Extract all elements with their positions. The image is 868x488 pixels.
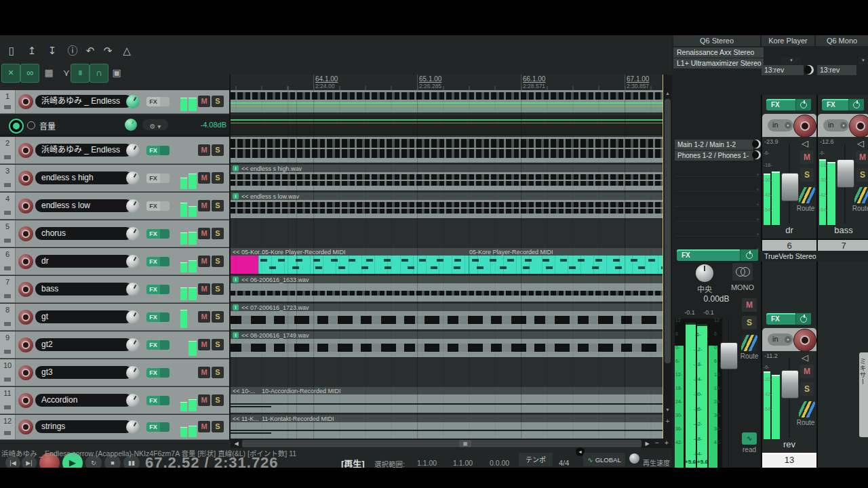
record-arm-button[interactable] bbox=[18, 338, 33, 352]
fx-button[interactable]: FX bbox=[822, 99, 864, 110]
fx-button[interactable]: FX bbox=[146, 174, 170, 183]
solo-button[interactable]: S bbox=[212, 421, 224, 432]
solo-button[interactable]: S bbox=[212, 144, 224, 156]
fx-button[interactable]: FX bbox=[146, 285, 170, 294]
mixer-strip-rev[interactable]: FXin▼-11.2◁-6--30--42--54-MSRouterev13 bbox=[761, 309, 816, 468]
volume-knob[interactable] bbox=[126, 366, 140, 380]
track-panel-row[interactable]: 1浜崎あゆみ _ Endless sorFXMS bbox=[0, 90, 229, 114]
volume-knob[interactable] bbox=[126, 394, 140, 407]
redo-icon[interactable]: ↷ bbox=[99, 42, 117, 60]
item-info-icon[interactable]: i bbox=[233, 332, 239, 338]
vscroll-down-icon[interactable]: ▼ bbox=[664, 407, 671, 413]
fx-bypass-icon[interactable] bbox=[160, 396, 170, 405]
track-name-field[interactable]: 浜崎あゆみ _ Endless sor bbox=[35, 95, 132, 108]
item-info-icon[interactable]: i bbox=[233, 193, 239, 199]
mute-button[interactable]: M bbox=[198, 172, 210, 184]
record-arm-button[interactable] bbox=[18, 143, 33, 158]
solo-button[interactable]: S bbox=[856, 168, 868, 182]
snap-icon[interactable]: ∩ bbox=[90, 64, 108, 83]
record-arm-button[interactable] bbox=[18, 94, 33, 109]
fx-button[interactable]: FX bbox=[146, 368, 170, 378]
hscroll-left-icon[interactable]: ◀ bbox=[232, 440, 241, 447]
solo-button[interactable]: S bbox=[800, 382, 814, 396]
mute-button[interactable]: M bbox=[856, 150, 868, 164]
master-fader[interactable] bbox=[720, 342, 738, 369]
envelope-lane[interactable] bbox=[231, 115, 663, 135]
solo-button[interactable]: S bbox=[212, 96, 224, 107]
record-arm-button[interactable] bbox=[18, 171, 33, 186]
empty-send-slot[interactable] bbox=[675, 191, 761, 192]
master-route-button[interactable] bbox=[741, 335, 757, 351]
empty-send-slot[interactable] bbox=[675, 221, 761, 222]
hscroll-thumb[interactable] bbox=[242, 440, 642, 447]
track-name-field[interactable]: strings bbox=[35, 420, 132, 433]
mixer-output-tab-1[interactable]: Kore Player bbox=[762, 35, 814, 46]
input-selector[interactable]: in▼ bbox=[768, 333, 793, 346]
mute-button[interactable]: M bbox=[198, 421, 210, 432]
record-arm-button[interactable] bbox=[849, 115, 868, 138]
solo-button[interactable]: S bbox=[212, 367, 224, 378]
master-solo-button[interactable]: S bbox=[742, 316, 757, 329]
solo-button[interactable]: S bbox=[212, 256, 224, 267]
vscroll-up-icon[interactable]: ▲ bbox=[664, 90, 671, 97]
automation-read-button[interactable]: ∿ bbox=[742, 432, 757, 445]
fx-button[interactable]: FX bbox=[146, 312, 170, 322]
volume-knob[interactable] bbox=[126, 95, 140, 108]
fx-bypass-icon[interactable] bbox=[160, 201, 170, 211]
speaker-icon[interactable]: ◁ bbox=[802, 138, 808, 148]
grid-dots-icon[interactable]: ▦ bbox=[39, 64, 58, 83]
gear-icon[interactable]: ⚙ ▾ bbox=[150, 121, 161, 132]
speaker-icon[interactable]: ◁ bbox=[802, 352, 808, 363]
project-info-icon[interactable]: ⓘ bbox=[64, 42, 81, 60]
solo-button[interactable]: S bbox=[800, 168, 814, 182]
record-arm-button[interactable] bbox=[18, 226, 33, 241]
selection-start[interactable]: 1.1.00 bbox=[417, 459, 437, 467]
mute-button[interactable]: M bbox=[198, 394, 210, 406]
strip-number[interactable]: 7 bbox=[818, 239, 868, 252]
tempo-button[interactable]: テンポ bbox=[519, 453, 553, 466]
mute-button[interactable]: M bbox=[198, 339, 210, 350]
record-arm-button[interactable] bbox=[18, 420, 33, 434]
fx-bypass-icon[interactable] bbox=[848, 99, 864, 110]
route-knob[interactable] bbox=[752, 140, 761, 148]
solo-button[interactable]: S bbox=[212, 394, 224, 406]
mute-button[interactable]: M bbox=[198, 200, 210, 211]
track-name-field[interactable]: endless s low bbox=[35, 199, 132, 212]
fx-button[interactable]: FX bbox=[146, 146, 170, 155]
fx-button[interactable]: FX bbox=[146, 396, 170, 405]
route-knob[interactable] bbox=[752, 150, 761, 159]
solo-button[interactable]: S bbox=[212, 311, 224, 323]
volume-knob[interactable] bbox=[126, 283, 140, 296]
vscroll-zoom-in-icon[interactable]: + bbox=[664, 418, 671, 426]
save-project-icon[interactable]: ↧ bbox=[43, 42, 61, 60]
grid-lines-icon[interactable]: |||| bbox=[71, 64, 90, 83]
master-mute-button[interactable]: M bbox=[742, 298, 757, 312]
track-panel-row[interactable]: 6drFXMS bbox=[0, 248, 229, 275]
track-name-field[interactable]: bass bbox=[35, 283, 132, 296]
fx-button[interactable]: FX bbox=[146, 422, 170, 432]
route-button[interactable] bbox=[799, 401, 815, 418]
solo-button[interactable]: S bbox=[212, 172, 224, 184]
mixer-output-tab-0[interactable]: Q6 Stereo bbox=[673, 35, 760, 46]
envelope-bypass-icon[interactable] bbox=[27, 121, 35, 129]
open-project-icon[interactable]: ↥ bbox=[23, 42, 41, 60]
envelope-line[interactable] bbox=[231, 102, 663, 104]
send-dropdown-icon[interactable]: ▼ bbox=[781, 57, 802, 64]
mute-button[interactable]: M bbox=[800, 365, 814, 378]
media-item[interactable]: << 11-K...11-Kontakt-Recorded MIDI bbox=[231, 415, 663, 439]
input-selector[interactable]: in▼ bbox=[823, 119, 849, 131]
solo-button[interactable]: S bbox=[212, 339, 224, 350]
fx-bypass-icon[interactable] bbox=[160, 312, 170, 322]
master-route-slot-1[interactable]: Phones 1-2 / Phones 1- bbox=[675, 150, 753, 161]
speaker-icon[interactable]: ◁ bbox=[857, 138, 864, 148]
fx-bypass-icon[interactable] bbox=[160, 97, 170, 106]
send-dropdown-icon[interactable]: ▼ bbox=[859, 57, 868, 64]
volume-knob[interactable] bbox=[126, 255, 140, 268]
fx-button[interactable]: FX bbox=[766, 99, 811, 110]
record-arm-button[interactable] bbox=[18, 365, 33, 380]
empty-send-slot[interactable] bbox=[675, 236, 761, 237]
fx-bypass-icon[interactable] bbox=[160, 422, 170, 432]
track-name-field[interactable]: chorus bbox=[35, 227, 132, 240]
item-info-icon[interactable]: i bbox=[233, 304, 239, 310]
envelope-panel-row[interactable]: 音量⚙ ▾-4.08dB bbox=[0, 115, 229, 136]
